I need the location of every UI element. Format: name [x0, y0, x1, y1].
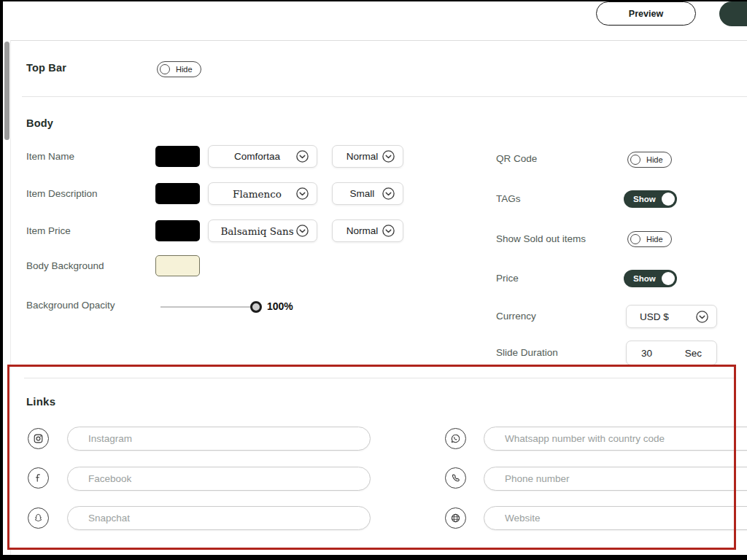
size-select-value: Normal	[333, 151, 382, 162]
toggle-label: Hide	[170, 65, 201, 74]
instagram-icon	[28, 428, 49, 449]
top-bar-visibility-toggle[interactable]: Hide	[157, 61, 201, 77]
body-background-color-swatch[interactable]	[155, 255, 200, 276]
snapchat-input[interactable]	[67, 506, 371, 530]
save-button-partial[interactable]	[719, 1, 747, 26]
left-edge-bar	[0, 0, 3, 560]
opacity-slider-handle[interactable]	[250, 301, 262, 313]
item-name-size-select[interactable]: Normal	[332, 145, 403, 168]
slide-duration-unit: Sec	[685, 348, 702, 359]
item-description-size-select[interactable]: Small	[332, 182, 403, 205]
size-select-value: Small	[333, 188, 382, 199]
chevron-down-icon	[382, 149, 395, 163]
settings-page: Preview Top Bar Hide Body Item Name Comf…	[0, 0, 747, 560]
opacity-slider-track[interactable]	[160, 306, 256, 308]
section-divider	[24, 378, 735, 378]
size-select-value: Normal	[333, 225, 382, 236]
currency-label: Currency	[496, 311, 536, 322]
chevron-down-icon	[382, 224, 395, 238]
snapchat-icon	[28, 508, 49, 529]
item-description-label: Item Description	[26, 188, 98, 199]
toggle-knob	[662, 192, 675, 206]
font-select-value: Comfortaa	[209, 151, 295, 162]
scrollbar-thumb[interactable]	[4, 42, 9, 140]
top-edge-bar	[0, 0, 747, 1]
item-description-color-swatch[interactable]	[155, 183, 200, 204]
toggle-label: Hide	[640, 155, 672, 164]
price-label: Price	[496, 273, 519, 284]
font-select-value: Balsamiq Sans	[209, 225, 295, 237]
website-input[interactable]	[484, 506, 747, 530]
item-price-label: Item Price	[26, 225, 71, 236]
section-title-body: Body	[26, 117, 53, 129]
opacity-value: 100%	[267, 300, 293, 312]
item-name-font-select[interactable]: Comfortaa	[208, 145, 317, 168]
section-title-links: Links	[26, 395, 55, 408]
chevron-down-icon	[295, 149, 309, 163]
slide-duration-value: 30	[641, 348, 652, 359]
qr-code-toggle[interactable]: Hide	[627, 152, 672, 168]
whatsapp-icon	[445, 428, 466, 449]
show-sold-out-items-toggle[interactable]: Hide	[627, 231, 672, 247]
show-sold-out-items-label: Show Sold out items	[496, 233, 586, 244]
globe-icon	[445, 508, 466, 529]
tags-toggle[interactable]: Show	[624, 190, 677, 208]
qr-code-label: QR Code	[496, 153, 537, 164]
whatsapp-input[interactable]	[484, 427, 747, 451]
chevron-down-icon	[295, 187, 309, 201]
item-name-color-swatch[interactable]	[155, 146, 200, 167]
body-background-label: Body Background	[26, 260, 104, 271]
toggle-knob	[630, 155, 640, 165]
item-price-font-select[interactable]: Balsamiq Sans	[208, 219, 317, 242]
toggle-knob	[160, 64, 170, 74]
price-toggle[interactable]: Show	[624, 270, 677, 287]
item-description-font-select[interactable]: Flamenco	[208, 182, 317, 205]
currency-value: USD $	[627, 311, 695, 322]
preview-button[interactable]: Preview	[596, 1, 696, 26]
instagram-input[interactable]	[67, 427, 371, 451]
phone-icon	[445, 467, 466, 489]
slide-duration-label: Slide Duration	[496, 347, 558, 358]
tags-label: TAGs	[496, 193, 521, 204]
toggle-label: Show	[633, 195, 656, 203]
item-price-size-select[interactable]: Normal	[332, 219, 403, 242]
chevron-down-icon	[695, 310, 709, 324]
facebook-icon	[28, 467, 49, 489]
section-divider	[22, 96, 747, 97]
facebook-input[interactable]	[67, 467, 371, 491]
item-price-color-swatch[interactable]	[155, 220, 200, 241]
phone-input[interactable]	[484, 467, 747, 491]
toggle-label: Hide	[640, 235, 672, 244]
toggle-knob	[662, 272, 675, 285]
chevron-down-icon	[382, 187, 395, 201]
background-opacity-label: Background Opacity	[26, 300, 115, 311]
slide-duration-field[interactable]: 30 Sec	[626, 341, 717, 365]
toggle-knob	[630, 234, 640, 244]
chevron-down-icon	[295, 224, 309, 238]
bottom-edge-bar	[0, 555, 747, 560]
toggle-label: Show	[633, 274, 656, 283]
currency-select[interactable]: USD $	[626, 305, 717, 328]
section-title-top-bar: Top Bar	[26, 62, 66, 74]
item-name-label: Item Name	[26, 151, 74, 162]
font-select-value: Flamenco	[209, 188, 295, 200]
